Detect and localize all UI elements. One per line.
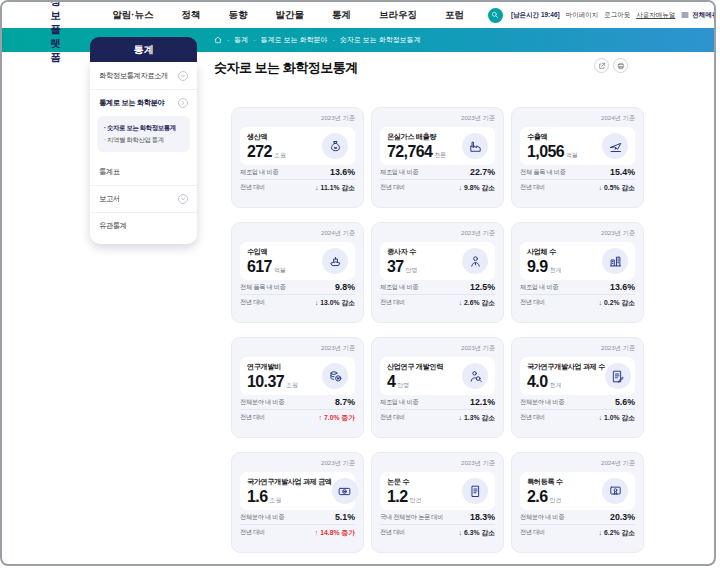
card-yoy-label: 전년 대비: [520, 298, 545, 307]
card-yoy-label: 전년 대비: [240, 298, 265, 307]
home-icon[interactable]: [214, 36, 222, 44]
breadcrumb-current-page[interactable]: 숫자로 보는 화학정보통계: [340, 35, 421, 45]
card-unit: 천개: [549, 266, 561, 275]
card-value-panel: 국가연구개발사업 과제 수 4.0 천개: [520, 357, 635, 395]
breadcrumb-stats-by-field[interactable]: 통계로 보는 화학분야: [261, 35, 328, 45]
stat-card[interactable]: 2023년 기준 사업체 수 9.9 천개 제조업 내 비중 13.6% 전년 …: [511, 222, 644, 323]
card-value-panel: 연구개발비 10.37 조원: [240, 357, 355, 395]
logout-link[interactable]: 로그아웃: [604, 11, 630, 20]
card-ratio-value: 5.6%: [615, 397, 635, 407]
stat-card[interactable]: 2024년 기준 수입액 617 억불 전체 품목 내 비중 9.8% 전년 대…: [231, 222, 364, 323]
card-title: 종사자 수: [387, 247, 418, 257]
stat-card[interactable]: 2023년 기준 연구개발비 10.37 조원 전체분야 내 비중 8.7% 전…: [231, 337, 364, 438]
share-button[interactable]: [594, 58, 609, 73]
sidebar-subitem-regional-stats[interactable]: 지역별 화학산업 통계: [104, 134, 183, 146]
paper-icon: [462, 478, 488, 504]
mypage-link[interactable]: 마이페이지: [566, 11, 599, 20]
card-title: 온실가스 배출량: [387, 132, 446, 142]
card-value: 1,056: [527, 144, 564, 160]
card-title: 논문 수: [387, 477, 421, 487]
card-title: 생산액: [247, 132, 286, 142]
breadcrumb-separator: ·: [227, 37, 229, 44]
sidebar-submenu: 숫자로 보는 화학정보통계 지역별 화학산업 통계: [97, 116, 190, 152]
card-value-panel: 종사자 수 37 만명: [380, 242, 495, 280]
card-yoy-label: 전년 대비: [520, 528, 545, 537]
card-ratio-label: 전체분야 내 비중: [240, 398, 284, 407]
card-yoy-label: 전년 대비: [380, 298, 405, 307]
sidebar-item-reports[interactable]: 보고서: [90, 186, 197, 213]
card-title: 사업체 수: [527, 247, 561, 257]
card-yoy-change: ↓ 0.5% 감소: [599, 183, 635, 193]
card-title: 연구개발비: [247, 362, 298, 372]
stat-card[interactable]: 2023년 기준 생산액 272 조원 제조업 내 비중 13.6% 전년 대비…: [231, 107, 364, 208]
breadcrumb: · 통계 · 통계로 보는 화학분야 · 숫자로 보는 화학정보통계: [214, 28, 421, 52]
breadcrumb-statistics[interactable]: 통계: [234, 35, 248, 45]
nav-trend[interactable]: 동향: [228, 9, 247, 22]
site-logo[interactable]: KRiCT 화학정보플랫폼: [10, 0, 60, 65]
stat-card[interactable]: 2023년 기준 국가연구개발사업 과제 수 4.0 천개 전체분야 내 비중 …: [511, 337, 644, 438]
card-year-label: 2023년 기준: [240, 457, 355, 472]
main-nav: 알림·뉴스 정책 동향 발간물 통계 브라우징 포럼: [112, 9, 464, 22]
stat-card[interactable]: 2024년 기준 수출액 1,056 억불 전체 품목 내 비중 15.4% 전…: [511, 107, 644, 208]
change-text: 1.3% 감소: [464, 413, 495, 423]
card-value: 9.9: [527, 259, 547, 275]
change-text: 13.0% 감소: [320, 298, 355, 308]
sidebar-item-related-stats[interactable]: 유관통계: [90, 213, 197, 239]
card-yoy-change: ↓ 13.0% 감소: [315, 298, 355, 308]
logo-name: 화학정보플랫폼: [50, 0, 60, 65]
card-yoy-change: ↓ 1.0% 감소: [599, 413, 635, 423]
card-year-label: 2024년 기준: [240, 227, 355, 242]
card-ratio-value: 20.3%: [610, 512, 635, 522]
nav-browsing[interactable]: 브라우징: [379, 9, 417, 22]
breadcrumb-separator: ·: [253, 37, 255, 44]
card-value: 2.6: [527, 489, 547, 505]
card-value-panel: 산업연구 개발인력 4 만명: [380, 357, 495, 395]
card-title: 특허등록 수: [527, 477, 563, 487]
stat-card[interactable]: 2023년 기준 국가연구개발사업 과제 금액 1.6 조원 전체분야 내 비중…: [231, 452, 364, 553]
change-arrow-icon: ↑: [315, 529, 319, 536]
card-unit: 조원: [286, 381, 298, 390]
sidebar-item-label: 유관통계: [99, 221, 127, 231]
card-yoy-change: ↓ 2.6% 감소: [459, 298, 495, 308]
card-yoy-change: ↓ 9.8% 감소: [459, 183, 495, 193]
nav-news[interactable]: 알림·뉴스: [112, 9, 153, 22]
sidebar-subitem-numbers-stats[interactable]: 숫자로 보는 화학정보통계: [104, 122, 183, 134]
sidebar-item-stat-tables[interactable]: 통계표: [90, 159, 197, 186]
nav-forum[interactable]: 포럼: [445, 9, 464, 22]
airplane-icon: [602, 133, 628, 159]
nav-statistics[interactable]: 통계: [332, 9, 351, 22]
card-title: 국가연구개발사업 과제 수: [527, 362, 605, 372]
print-button[interactable]: [613, 58, 628, 73]
card-ratio-label: 제조업 내 비중: [520, 283, 558, 292]
certificate-icon: [602, 478, 628, 504]
change-text: 6.3% 감소: [464, 528, 495, 538]
card-ratio-value: 8.7%: [335, 397, 355, 407]
sidebar-item-data-intro[interactable]: 화학정보통계자료소개: [90, 63, 197, 90]
change-arrow-icon: ↓: [459, 414, 463, 421]
sidebar-item-stats-by-field[interactable]: 통계로 보는 화학분야: [90, 90, 197, 116]
nav-policy[interactable]: 정책: [181, 9, 200, 22]
search-icon: [491, 11, 499, 19]
nav-publication[interactable]: 발간물: [275, 9, 304, 22]
card-value: 4.0: [527, 374, 547, 390]
card-yoy-label: 전년 대비: [240, 528, 265, 537]
user-manual-link[interactable]: 사용자매뉴얼: [636, 11, 675, 20]
sidebar: 통계 화학정보통계자료소개 통계로 보는 화학분야 숫자로 보는 화학정보통계 …: [90, 37, 197, 244]
stat-card[interactable]: 2023년 기준 논문 수 1.2 만건 국내 전체분야 논문 대비 18.3%…: [371, 452, 504, 553]
stat-card[interactable]: 2023년 기준 온실가스 배출량 72,764 천톤 제조업 내 비중 22.…: [371, 107, 504, 208]
card-ratio-value: 5.1%: [335, 512, 355, 522]
stat-card[interactable]: 2023년 기준 산업연구 개발인력 4 만명 제조업 내 비중 12.1% 전…: [371, 337, 504, 438]
factory-icon: [462, 133, 488, 159]
utility-links: [남은시간 19:46] 마이페이지 로그아웃 사용자매뉴얼 전체메뉴: [511, 11, 716, 20]
card-ratio-value: 15.4%: [610, 167, 635, 177]
all-menu-button[interactable]: 전체메뉴: [681, 11, 716, 20]
app-window: KRiCT 화학정보플랫폼 알림·뉴스 정책 동향 발간물 통계 브라우징 포럼…: [0, 0, 716, 566]
card-yoy-label: 전년 대비: [240, 183, 265, 192]
card-title: 수입액: [247, 247, 286, 257]
card-unit: 천톤: [434, 151, 446, 160]
search-button[interactable]: [488, 8, 503, 23]
stat-card[interactable]: 2023년 기준 종사자 수 37 만명 제조업 내 비중 12.5% 전년 대…: [371, 222, 504, 323]
stat-card[interactable]: 2024년 기준 특허등록 수 2.6 만건 전체분야 내 비중 20.3% 전…: [511, 452, 644, 553]
change-arrow-icon: ↓: [459, 184, 463, 191]
card-ratio-label: 제조업 내 비중: [380, 168, 418, 177]
